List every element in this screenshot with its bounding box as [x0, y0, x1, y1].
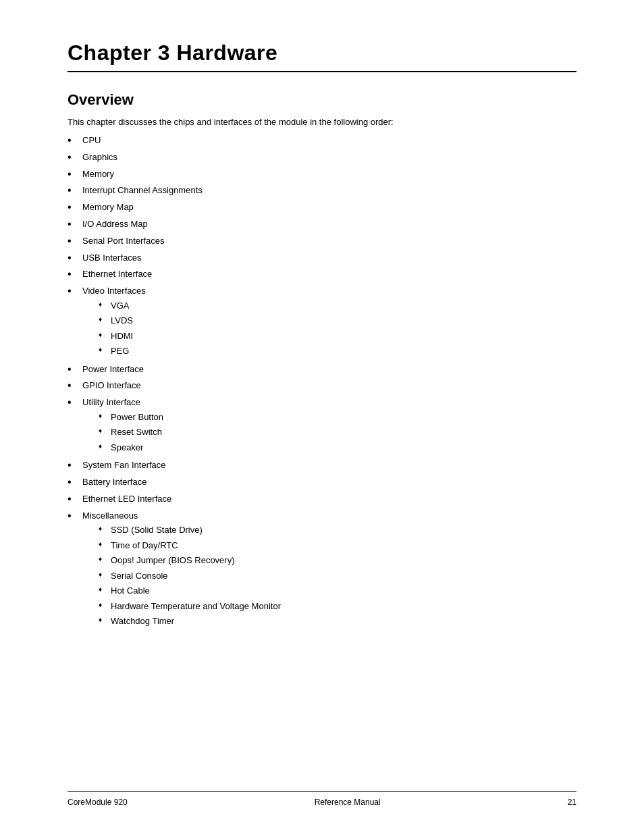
- sub-bullet-icon: ♦: [99, 411, 107, 421]
- list-item-label: Video Interfaces: [82, 286, 146, 296]
- sub-list: ♦SSD (Solid State Drive)♦Time of Day/RTC…: [99, 523, 281, 628]
- sub-bullet-icon: ♦: [99, 539, 107, 549]
- bullet-icon: •: [68, 509, 78, 523]
- list-item-label: Battery Interface: [82, 475, 146, 489]
- list-item-label: Power Interface: [82, 363, 144, 376]
- bullet-icon: •: [68, 363, 78, 377]
- list-item: •Ethernet LED Interface: [68, 492, 576, 506]
- sub-bullet-icon: ♦: [99, 299, 107, 309]
- sub-list-item-label: HDMI: [111, 330, 133, 343]
- sub-bullet-icon: ♦: [99, 600, 107, 610]
- sub-list-item-label: SSD (Solid State Drive): [111, 523, 203, 537]
- sub-list-item-label: Hardware Temperature and Voltage Monitor: [111, 600, 281, 613]
- list-item: •I/O Address Map: [68, 217, 576, 232]
- footer-right: 21: [568, 798, 576, 807]
- sub-bullet-icon: ♦: [99, 554, 107, 564]
- sub-list-item-label: Power Button: [111, 411, 163, 424]
- footer-left: CoreModule 920: [68, 798, 128, 807]
- page-footer: CoreModule 920 Reference Manual 21: [68, 791, 576, 807]
- sub-list-item-label: Hot Cable: [111, 584, 150, 598]
- list-item-label: Memory Map: [82, 201, 134, 214]
- sub-bullet-icon: ♦: [99, 615, 107, 625]
- overview-list: •CPU•Graphics•Memory•Interrupt Channel A…: [68, 134, 576, 630]
- list-item-label: USB Interfaces: [82, 251, 141, 265]
- list-item-with-sub: Miscellaneous♦SSD (Solid State Drive)♦Ti…: [82, 509, 281, 630]
- bullet-icon: •: [68, 492, 78, 506]
- bullet-icon: •: [68, 184, 78, 198]
- footer-center: Reference Manual: [315, 798, 381, 807]
- bullet-icon: •: [68, 475, 78, 490]
- list-item: •Power Interface: [68, 363, 576, 377]
- sub-list-item: ♦VGA: [99, 299, 146, 313]
- bullet-icon: •: [68, 134, 78, 148]
- list-item-with-sub: Utility Interface♦Power Button♦Reset Swi…: [82, 396, 163, 456]
- list-item-label: Miscellaneous: [82, 511, 138, 521]
- sub-list-item-label: Oops! Jumper (BIOS Recovery): [111, 554, 235, 567]
- sub-bullet-icon: ♦: [99, 569, 107, 579]
- section-overview-title: Overview: [68, 91, 576, 109]
- sub-list-item: ♦Reset Switch: [99, 425, 163, 439]
- list-item-with-sub: Video Interfaces♦VGA♦LVDS♦HDMI♦PEG: [82, 284, 146, 360]
- sub-list-item-label: Reset Switch: [111, 425, 162, 439]
- list-item: •CPU: [68, 134, 576, 148]
- sub-bullet-icon: ♦: [99, 523, 107, 533]
- sub-list-item-label: Serial Console: [111, 569, 168, 583]
- sub-list-item: ♦SSD (Solid State Drive): [99, 523, 281, 537]
- sub-list-item: ♦PEG: [99, 344, 146, 358]
- bullet-icon: •: [68, 151, 78, 165]
- sub-list-item: ♦Serial Console: [99, 569, 281, 583]
- list-item: •Ethernet Interface: [68, 267, 576, 282]
- bullet-icon: •: [68, 217, 78, 232]
- list-item: •System Fan Interface: [68, 459, 576, 473]
- list-item-label: System Fan Interface: [82, 459, 166, 472]
- sub-list-item: ♦Oops! Jumper (BIOS Recovery): [99, 554, 281, 567]
- sub-list-item-label: Speaker: [111, 441, 143, 454]
- sub-list-item-label: PEG: [111, 344, 129, 358]
- page: Chapter 3 Hardware Overview This chapter…: [0, 0, 644, 834]
- chapter-title: Chapter 3 Hardware: [68, 41, 576, 66]
- bullet-icon: •: [68, 459, 78, 473]
- sub-list-item-label: VGA: [111, 299, 129, 313]
- sub-bullet-icon: ♦: [99, 441, 107, 451]
- sub-bullet-icon: ♦: [99, 584, 107, 594]
- list-item: •Miscellaneous♦SSD (Solid State Drive)♦T…: [68, 509, 576, 630]
- sub-bullet-icon: ♦: [99, 344, 107, 355]
- sub-list-item: ♦LVDS: [99, 314, 146, 328]
- sub-list-item-label: Watchdog Timer: [111, 615, 174, 628]
- bullet-icon: •: [68, 234, 78, 249]
- list-item: •Video Interfaces♦VGA♦LVDS♦HDMI♦PEG: [68, 284, 576, 360]
- list-item-label: Utility Interface: [82, 397, 140, 407]
- sub-list-item: ♦Time of Day/RTC: [99, 539, 281, 552]
- sub-list-item: ♦Speaker: [99, 441, 163, 454]
- list-item: •Memory Map: [68, 201, 576, 215]
- sub-list-item-label: LVDS: [111, 314, 133, 328]
- list-item-label: Graphics: [82, 151, 117, 164]
- list-item-label: Memory: [82, 167, 114, 181]
- sub-bullet-icon: ♦: [99, 330, 107, 340]
- list-item-label: CPU: [82, 134, 101, 147]
- list-item: •Serial Port Interfaces: [68, 234, 576, 249]
- bullet-icon: •: [68, 167, 78, 182]
- sub-list-item: ♦Watchdog Timer: [99, 615, 281, 628]
- bullet-icon: •: [68, 284, 78, 298]
- list-item-label: Ethernet Interface: [82, 267, 152, 281]
- chapter-header: Chapter 3 Hardware: [68, 41, 576, 72]
- list-item-label: GPIO Interface: [82, 379, 141, 392]
- list-item: •Interrupt Channel Assignments: [68, 184, 576, 198]
- bullet-icon: •: [68, 267, 78, 282]
- list-item-label: Serial Port Interfaces: [82, 234, 164, 248]
- sub-list-item: ♦Power Button: [99, 411, 163, 424]
- sub-list-item: ♦Hot Cable: [99, 584, 281, 598]
- sub-bullet-icon: ♦: [99, 425, 107, 436]
- list-item: •Graphics: [68, 151, 576, 165]
- list-item-label: Ethernet LED Interface: [82, 492, 171, 506]
- sub-list: ♦VGA♦LVDS♦HDMI♦PEG: [99, 299, 146, 358]
- sub-bullet-icon: ♦: [99, 314, 107, 324]
- sub-list: ♦Power Button♦Reset Switch♦Speaker: [99, 411, 163, 454]
- list-item-label: I/O Address Map: [82, 217, 148, 231]
- list-item: •GPIO Interface: [68, 379, 576, 393]
- main-content: Chapter 3 Hardware Overview This chapter…: [68, 41, 576, 793]
- bullet-icon: •: [68, 251, 78, 265]
- bullet-icon: •: [68, 201, 78, 215]
- list-item: •Memory: [68, 167, 576, 182]
